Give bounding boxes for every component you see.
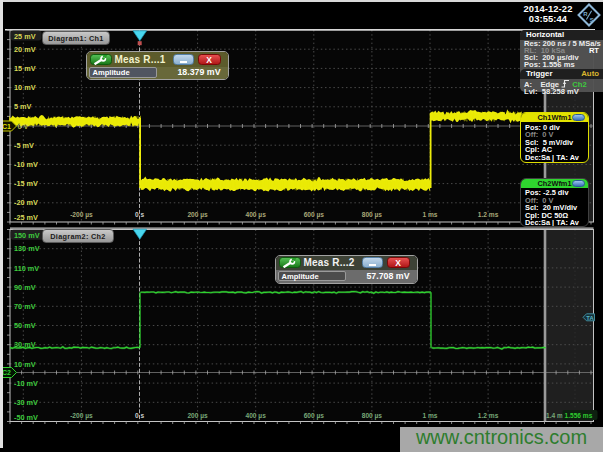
svg-text:600 µs: 600 µs (304, 412, 325, 420)
svg-text:-10 mV: -10 mV (14, 160, 38, 169)
svg-text:-30 mV: -30 mV (14, 398, 38, 407)
svg-text:TA: TA (586, 315, 594, 321)
svg-text:-200 µs: -200 µs (70, 211, 93, 219)
svg-text:20 mV: 20 mV (14, 45, 36, 54)
svg-text:200 µs: 200 µs (187, 412, 208, 420)
svg-text:0 s: 0 s (135, 211, 144, 218)
svg-text:-50 mV: -50 mV (14, 413, 38, 422)
svg-text:-5 mV: -5 mV (14, 141, 34, 150)
svg-text:1.556 ms: 1.556 ms (565, 412, 593, 419)
svg-text:200 µs: 200 µs (187, 211, 208, 219)
svg-text:70 mV: 70 mV (14, 302, 36, 311)
svg-text:-20 mV: -20 mV (14, 198, 38, 207)
svg-text:1 ms: 1 ms (422, 211, 437, 218)
svg-text:130 mV: 130 mV (14, 244, 40, 253)
svg-text:10 mV: 10 mV (14, 360, 36, 369)
svg-text:400 µs: 400 µs (246, 211, 267, 219)
svg-text:1.2 ms: 1.2 ms (478, 211, 499, 218)
svg-text:S: S (590, 17, 594, 23)
svg-text:150 mV: 150 mV (14, 231, 40, 240)
svg-text:5 mV: 5 mV (14, 102, 32, 111)
svg-text:C1: C1 (2, 123, 11, 130)
svg-text:-15 mV: -15 mV (14, 179, 38, 188)
svg-text:90 mV: 90 mV (14, 283, 36, 292)
svg-text:25 mV: 25 mV (14, 32, 36, 41)
svg-text:0 V: 0 V (18, 122, 29, 131)
svg-text:1 ms: 1 ms (422, 412, 437, 419)
svg-text:1.2 ms: 1.2 ms (478, 412, 499, 419)
svg-text:15 mV: 15 mV (14, 64, 36, 73)
svg-text:R: R (583, 11, 588, 17)
svg-text:800 µs: 800 µs (362, 412, 383, 420)
svg-text:800 µs: 800 µs (362, 211, 383, 219)
svg-text:0 s: 0 s (135, 412, 144, 419)
svg-text:-25 mV: -25 mV (14, 213, 38, 222)
svg-text:50 mV: 50 mV (14, 321, 36, 330)
svg-text:110 mV: 110 mV (14, 264, 39, 273)
svg-text:-10 mV: -10 mV (14, 379, 38, 388)
svg-text:30 mV: 30 mV (14, 340, 36, 349)
svg-text:400 µs: 400 µs (246, 412, 267, 420)
svg-text:C2: C2 (2, 369, 11, 376)
svg-text:600 µs: 600 µs (304, 211, 325, 219)
svg-text:10 mV: 10 mV (14, 83, 36, 92)
svg-text:-200 µs: -200 µs (70, 412, 93, 420)
